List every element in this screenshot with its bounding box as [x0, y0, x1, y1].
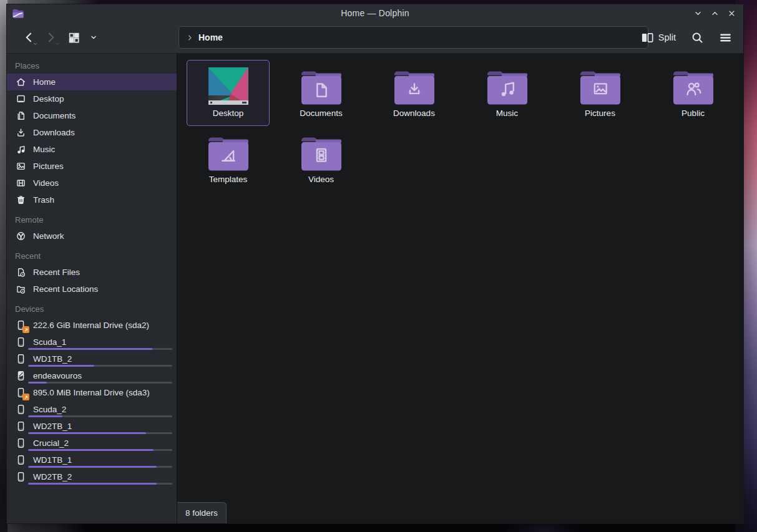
hard-drive-icon: [15, 387, 27, 399]
back-button[interactable]: [19, 27, 38, 47]
recent-locations-icon: [15, 283, 27, 295]
sidebar-item-endeavouros[interactable]: endeavouros: [7, 367, 177, 384]
sidebar-item-crucial-2[interactable]: Crucial_2: [7, 435, 177, 452]
minimize-button[interactable]: [692, 7, 703, 19]
view-mode-dropdown[interactable]: [87, 27, 100, 47]
sidebar-item-label: WD2TB_2: [33, 472, 72, 481]
sidebar-item-documents[interactable]: Documents: [7, 107, 177, 124]
dolphin-window: Home — Dolphin Home: [6, 4, 744, 524]
sidebar-item-wd1tb-2[interactable]: WD1TB_2: [7, 351, 177, 367]
hard-drive-icon: [15, 353, 27, 365]
sidebar-item-scuda-2[interactable]: Scuda_2: [7, 401, 177, 418]
sidebar-item-wd1tb-1[interactable]: WD1TB_1: [7, 452, 177, 468]
music-icon: [15, 143, 27, 155]
sidebar-item-label: Recent Files: [33, 268, 80, 277]
hard-drive-icon: [15, 319, 27, 331]
sidebar-item-label: Recent Locations: [33, 284, 98, 294]
window-controls: [692, 4, 737, 22]
folder-label: Templates: [209, 175, 248, 184]
desktop-wallpaper-thumbnail: [208, 67, 248, 105]
status-bar: 8 folders: [177, 502, 227, 523]
titlebar: Home — Dolphin: [7, 4, 743, 22]
view-mode-button[interactable]: [64, 27, 83, 47]
window-title: Home — Dolphin: [7, 8, 743, 18]
folder-tile-documents[interactable]: Documents: [280, 60, 363, 126]
folder-tile-pictures[interactable]: Pictures: [559, 60, 642, 126]
forward-button[interactable]: [42, 27, 61, 47]
sidebar-item-label: Scuda_2: [33, 405, 66, 414]
folder-label: Videos: [308, 175, 334, 184]
hard-drive-icon: [15, 336, 27, 348]
folder-tile-desktop[interactable]: Desktop: [187, 60, 270, 126]
folder-label: Pictures: [585, 109, 615, 118]
sidebar-item-music[interactable]: Music: [7, 141, 177, 158]
hamburger-menu-button[interactable]: [719, 31, 732, 44]
folder-tile-downloads[interactable]: Downloads: [373, 60, 456, 126]
folder-icon: [394, 64, 435, 105]
folder-tile-public[interactable]: Public: [652, 60, 735, 126]
sidebar-item-895-0-mib-internal-drive-sda3[interactable]: 895.0 MiB Internal Drive (sda3): [7, 384, 177, 401]
sidebar-item-label: 222.6 GiB Internal Drive (sda2): [33, 321, 149, 330]
close-button[interactable]: [726, 7, 737, 19]
breadcrumb-item-home[interactable]: Home: [198, 32, 223, 42]
section-header-devices: Devices: [7, 302, 177, 317]
sidebar-item-label: Music: [33, 145, 55, 154]
split-button-label: Split: [658, 32, 676, 42]
disk-usage-bar: [28, 348, 172, 350]
sidebar-item-label: Home: [33, 77, 56, 87]
sidebar-item-trash[interactable]: Trash: [7, 191, 177, 208]
sidebar-item-home[interactable]: Home: [7, 74, 177, 90]
disk-usage-bar: [28, 466, 172, 468]
sidebar-item-pictures[interactable]: Pictures: [7, 158, 177, 175]
disk-usage-bar: [28, 483, 172, 485]
maximize-button[interactable]: [709, 7, 720, 19]
disk-usage-bar: [28, 415, 172, 417]
sidebar-item-222-6-gib-internal-drive-sda2[interactable]: 222.6 GiB Internal Drive (sda2): [7, 317, 177, 334]
sidebar-item-label: WD1TB_2: [33, 354, 72, 364]
folder-label: Public: [681, 109, 705, 118]
location-bar[interactable]: Home: [178, 26, 648, 49]
recent-files-icon: [15, 266, 27, 278]
folder-tile-templates[interactable]: Templates: [187, 126, 270, 192]
sidebar-item-label: WD2TB_1: [33, 422, 72, 431]
section-header-remote: Remote: [7, 213, 177, 228]
sidebar-item-recent-files[interactable]: Recent Files: [7, 264, 177, 281]
hard-drive-icon: [15, 437, 27, 449]
folder-icon: [208, 64, 248, 105]
folder-icon: [301, 64, 342, 105]
network-icon: [15, 230, 27, 242]
breadcrumb-chevron-icon[interactable]: [185, 33, 195, 42]
disk-usage-bar: [28, 449, 172, 451]
folder-icon: [580, 64, 621, 105]
folder-icon: [673, 64, 714, 105]
sidebar-item-downloads[interactable]: Downloads: [7, 124, 177, 141]
trash-icon: [15, 194, 27, 206]
videos-icon: [15, 177, 27, 189]
sidebar-item-wd2tb-2[interactable]: WD2TB_2: [7, 468, 177, 485]
pictures-icon: [15, 160, 27, 172]
sidebar-item-scuda-1[interactable]: Scuda_1: [7, 334, 177, 351]
status-text: 8 folders: [185, 508, 218, 518]
sidebar-item-label: Desktop: [33, 94, 64, 104]
sidebar-item-recent-locations[interactable]: Recent Locations: [7, 281, 177, 297]
search-button[interactable]: [691, 31, 704, 44]
split-button[interactable]: Split: [641, 32, 676, 44]
sidebar-item-label: Crucial_2: [33, 438, 69, 448]
disk-usage-bar: [28, 365, 172, 367]
folder-tile-music[interactable]: Music: [466, 60, 549, 126]
sidebar-item-videos[interactable]: Videos: [7, 175, 177, 191]
sidebar-item-wd2tb-1[interactable]: WD2TB_1: [7, 418, 177, 435]
hard-drive-os-icon: [15, 370, 27, 382]
section-header-places: Places: [7, 59, 177, 74]
toolbar: Home Split: [7, 22, 743, 54]
section-header-recent: Recent: [7, 249, 177, 264]
folder-view[interactable]: Desktop Documents Downloads: [177, 54, 743, 523]
folder-tile-videos[interactable]: Videos: [280, 126, 363, 192]
sidebar-item-network[interactable]: Network: [7, 228, 177, 244]
disk-usage-bar: [28, 382, 172, 384]
sidebar-item-label: Videos: [33, 178, 59, 188]
folder-label: Documents: [300, 109, 342, 118]
folder-icon: [208, 130, 249, 171]
sidebar-item-desktop[interactable]: Desktop: [7, 90, 177, 107]
sidebar-item-label: Documents: [33, 111, 76, 120]
